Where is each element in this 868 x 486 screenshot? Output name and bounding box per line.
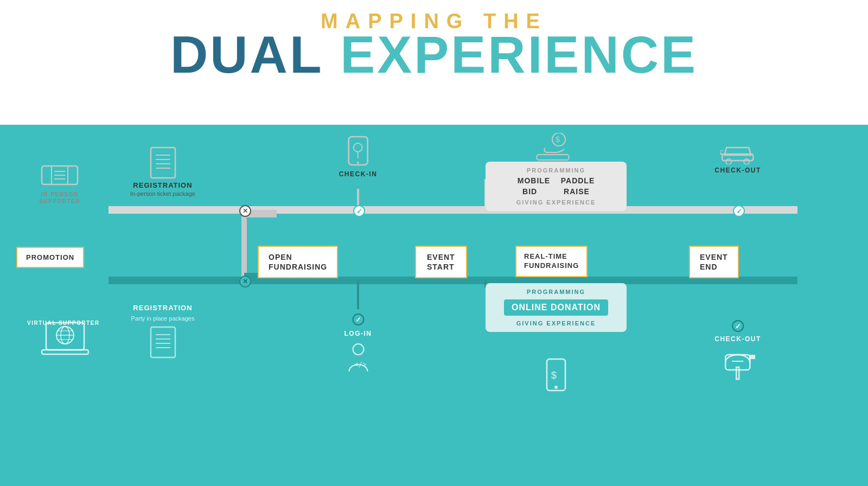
- list-icon-inperson: [125, 146, 201, 179]
- event-start-label-box: EVENT START: [415, 246, 467, 278]
- open-fundraising-label2: FUNDRAISING: [269, 262, 327, 272]
- event-start-label2: START: [427, 262, 455, 272]
- svg-point-17: [744, 159, 750, 164]
- login-label: LOG-IN: [344, 330, 372, 338]
- registration-virtual-label: REGISTRATION: [125, 304, 201, 313]
- registration-inperson-sub: In-person ticket package: [125, 190, 201, 197]
- car-icon: [714, 140, 761, 164]
- checkout-virtual-label: CHECK-OUT: [714, 335, 761, 344]
- realtime-label2: FUNDRAISING: [524, 261, 579, 271]
- svg-rect-6: [151, 148, 175, 178]
- realtime-label-box: REAL-TIME FUNDRAISING: [515, 246, 588, 277]
- online-donation-label: ONLINE DONATION: [504, 299, 608, 316]
- event-start-label: EVENT: [427, 252, 455, 262]
- virtual-supporter: VIRTUAL SUPPORTER: [27, 320, 103, 360]
- checkout-inperson-label: CHECK-OUT: [714, 167, 761, 175]
- header-dual: DUAL: [170, 31, 324, 78]
- prog-mobile-bid: MOBILE PADDLEBID RAISE: [494, 176, 618, 197]
- registration-virtual-sub: Party in place packages: [125, 315, 201, 322]
- realtime-label: REAL-TIME: [524, 252, 579, 261]
- realtime-fundraising-box: REAL-TIME FUNDRAISING: [515, 246, 588, 277]
- checkout-check-virtual: ✓: [732, 320, 744, 332]
- svg-point-37: [554, 386, 558, 389]
- event-end-label: EVENT: [700, 252, 728, 262]
- checkin-label: CHECK-IN: [339, 170, 378, 179]
- header-experience: EXPERIENCE: [324, 31, 698, 78]
- event-start-box: EVENT START: [415, 246, 467, 278]
- svg-rect-28: [151, 327, 175, 357]
- event-end-label2: END: [700, 262, 728, 272]
- checkout-check-inperson: ✓: [733, 205, 745, 217]
- svg-point-12: [353, 143, 362, 152]
- checkout-inperson-node: CHECK-OUT: [714, 140, 761, 175]
- prog-giving-virtual: GIVING EXPERIENCE: [494, 320, 618, 327]
- svg-text:$: $: [556, 135, 560, 144]
- open-fundraising-label: OPEN: [269, 252, 327, 262]
- svg-rect-11: [348, 137, 367, 165]
- checkin-check: ✓: [353, 205, 365, 217]
- svg-point-16: [726, 159, 732, 164]
- prog-title-inperson: PROGRAMMING: [494, 167, 618, 174]
- checkin-node: CHECK-IN: [339, 136, 378, 179]
- registration-inperson-label: REGISTRATION: [125, 181, 201, 190]
- open-fundraising-box: OPEN FUNDRAISING: [258, 246, 338, 278]
- promotion-box: PROMOTION: [16, 247, 84, 268]
- x-circle-virtual: ✕: [239, 276, 251, 287]
- registration-inperson: REGISTRATION In-person ticket package: [125, 146, 201, 197]
- inperson-label: IN-PERSON SUPPORTER: [27, 191, 92, 205]
- list-icon-virtual: [125, 326, 201, 359]
- programming-box-virtual: PROGRAMMING ONLINE DONATION GIVING EXPER…: [486, 283, 627, 332]
- ticket-icon: [27, 162, 92, 189]
- prog-title-virtual: PROGRAMMING: [494, 289, 618, 295]
- open-fundraising-label-box: OPEN FUNDRAISING: [258, 246, 338, 278]
- programming-box-inperson: PROGRAMMING MOBILE PADDLEBID RAISE GIVIN…: [486, 162, 627, 211]
- event-end-label-box: EVENT END: [689, 246, 739, 278]
- checkout-virtual-node: ✓ CHECK-OUT: [714, 320, 761, 383]
- svg-rect-42: [750, 355, 756, 359]
- promotion-label-box: PROMOTION: [16, 247, 84, 268]
- x-circle-inperson: ✕: [239, 205, 251, 217]
- header: MAPPING THE DUAL EXPERIENCE: [170, 11, 698, 78]
- developer-icon: </>: [344, 342, 372, 377]
- svg-text:</>: </>: [354, 361, 366, 368]
- svg-point-14: [356, 162, 359, 164]
- registration-virtual: REGISTRATION Party in place packages: [125, 304, 201, 361]
- svg-text:$: $: [551, 370, 557, 381]
- svg-rect-22: [42, 350, 88, 354]
- event-end-box: EVENT END: [689, 246, 739, 278]
- login-node: ✓ LOG-IN </>: [344, 314, 372, 379]
- phone-dollar-icon-container: $: [542, 358, 570, 395]
- inperson-supporter: IN-PERSON SUPPORTER: [27, 162, 92, 205]
- login-check: ✓: [352, 314, 364, 325]
- svg-rect-38: [737, 367, 739, 379]
- phone-pin-icon: [339, 136, 378, 168]
- virtual-supporter-label: VIRTUAL SUPPORTER: [27, 320, 100, 326]
- svg-point-33: [353, 344, 363, 355]
- prog-giving-inperson: GIVING EXPERIENCE: [494, 199, 618, 206]
- promotion-label: PROMOTION: [26, 253, 74, 261]
- mailbox-icon: [714, 348, 761, 381]
